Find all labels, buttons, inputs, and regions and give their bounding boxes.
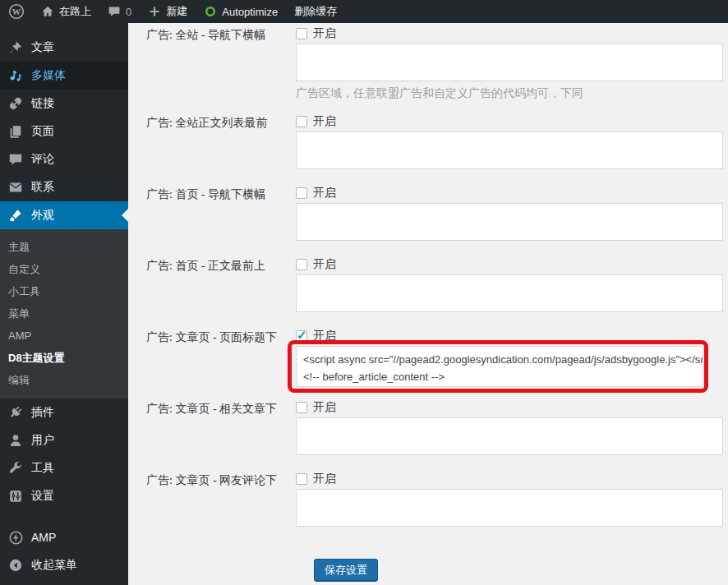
appearance-submenu: 主题 自定义 小工具 菜单 AMP D8主题设置 编辑 (0, 229, 128, 398)
sidebar-item-label: AMP (31, 531, 56, 544)
enable-checkbox[interactable] (296, 259, 307, 270)
amp-circle-icon (7, 529, 24, 546)
save-settings-button[interactable]: 保存设置 (314, 559, 378, 582)
ad-field-row: 广告: 首页 - 导航下横幅 开启 (128, 186, 728, 241)
sidebar-item-tools[interactable]: 工具 (0, 454, 128, 482)
ad-code-textarea[interactable] (296, 44, 723, 81)
sidebar-item-appearance[interactable]: 外观 (0, 201, 128, 229)
enable-label: 开启 (313, 472, 336, 486)
settings-icon (7, 488, 24, 504)
ad-field-row: 广告: 全站正文列表最前 开启 (128, 114, 728, 169)
ad-field-row: 广告: 全站 - 导航下横幅 开启 广告区域，任意联盟广告和自定义广告的代码均可… (128, 26, 728, 101)
autoptimize-ring-icon (204, 5, 217, 18)
ad-field-row: 广告: 文章页 - 相关文章下 开启 (128, 400, 728, 455)
new-content-button[interactable]: 新建 (140, 0, 196, 23)
sidebar-item-amp[interactable]: AMP (0, 523, 128, 551)
sidebar-item-plugins[interactable]: 插件 (0, 398, 128, 426)
enable-toggle[interactable]: 开启 (296, 186, 710, 200)
enable-label: 开启 (313, 400, 336, 415)
autoptimize-label: Autoptimize (222, 6, 278, 18)
sidebar: 文章 多媒体 链接 页面 评论 (0, 23, 128, 585)
ad-code-textarea[interactable] (296, 203, 723, 241)
sidebar-item-label: 多媒体 (31, 68, 66, 83)
svg-text:W: W (12, 7, 21, 16)
link-icon (7, 95, 24, 112)
wordpress-logo-icon: W (8, 3, 25, 20)
sidebar-item-users[interactable]: 用户 (0, 426, 128, 454)
ad-field-row: 广告: 首页 - 正文最前上 开启 (128, 257, 728, 312)
enable-label: 开启 (313, 257, 336, 272)
wrench-icon (7, 460, 24, 477)
enable-toggle[interactable]: 开启 (296, 114, 710, 128)
sidebar-item-media[interactable]: 多媒体 (0, 62, 128, 90)
enable-toggle[interactable]: 开启 (296, 257, 710, 271)
sidebar-item-label: 文章 (31, 40, 54, 55)
site-name: 在路上 (59, 4, 91, 19)
ad-code-textarea[interactable]: <script async src="//pagead2.googlesyndi… (296, 346, 703, 387)
sidebar-item-label: 评论 (31, 152, 54, 167)
enable-toggle[interactable]: 开启 (296, 472, 710, 486)
autoptimize-menu[interactable]: Autoptimize (196, 0, 286, 23)
sidebar-item-label: 设置 (31, 489, 54, 504)
ad-field-row: 广告: 文章页 - 网友评论下 开启 (128, 472, 728, 527)
sidebar-item-label: 联系 (31, 180, 54, 195)
ad-code-textarea[interactable] (296, 131, 723, 169)
sidebar-item-links[interactable]: 链接 (0, 90, 128, 117)
enable-label: 开启 (313, 114, 336, 129)
enable-checkbox[interactable] (296, 187, 307, 199)
submenu-item-menus[interactable]: 菜单 (0, 302, 128, 325)
sidebar-item-label: 外观 (31, 208, 54, 223)
enable-checkbox[interactable] (296, 473, 307, 485)
clear-cache-label: 删除缓存 (294, 4, 337, 19)
sidebar-item-label: 工具 (31, 461, 54, 476)
envelope-icon (7, 179, 24, 196)
sidebar-item-label: 用户 (31, 433, 54, 448)
submenu-item-widgets[interactable]: 小工具 (0, 280, 128, 302)
theme-settings-form: 广告: 全站 - 导航下横幅 开启 广告区域，任意联盟广告和自定义广告的代码均可… (128, 23, 728, 585)
comment-count: 0 (126, 6, 131, 18)
enable-toggle[interactable]: 开启 (296, 26, 710, 40)
new-content-label: 新建 (166, 4, 187, 19)
sidebar-item-label: 页面 (31, 124, 54, 139)
sidebar-item-posts[interactable]: 文章 (0, 34, 128, 62)
sidebar-item-label: 插件 (31, 405, 54, 420)
site-link[interactable]: 在路上 (33, 0, 99, 23)
ad-field-label: 广告: 文章页 - 页面标题下 (128, 329, 296, 387)
enable-checkbox[interactable] (296, 116, 307, 127)
enable-checkbox[interactable] (296, 330, 307, 342)
enable-label: 开启 (313, 26, 336, 41)
wordpress-logo-button[interactable]: W (0, 0, 33, 23)
submenu-item-themes[interactable]: 主题 (0, 236, 128, 258)
ad-code-textarea[interactable] (296, 274, 723, 312)
enable-checkbox[interactable] (296, 28, 307, 39)
clear-cache-button[interactable]: 删除缓存 (286, 0, 345, 23)
sidebar-item-pages[interactable]: 页面 (0, 117, 128, 145)
sidebar-item-comments[interactable]: 评论 (0, 145, 128, 173)
enable-checkbox[interactable] (296, 402, 307, 413)
sidebar-item-label: 收起菜单 (31, 558, 77, 573)
user-icon (7, 432, 24, 449)
sidebar-item-settings[interactable]: 设置 (0, 482, 128, 510)
plus-icon (148, 5, 161, 18)
submenu-item-amp[interactable]: AMP (0, 325, 128, 347)
ad-hint-text: 广告区域，任意联盟广告和自定义广告的代码均可，下同 (296, 86, 710, 101)
comment-icon (7, 151, 24, 168)
submenu-item-customize[interactable]: 自定义 (0, 258, 128, 280)
comments-link[interactable]: 0 (99, 0, 140, 23)
brush-icon (7, 207, 24, 223)
pin-icon (7, 39, 24, 56)
enable-toggle[interactable]: 开启 (296, 400, 710, 414)
ad-code-textarea[interactable] (296, 489, 723, 527)
admin-bar: W 在路上 0 新建 Autoptimize 删除缓存 (0, 0, 728, 23)
ad-field-label: 广告: 文章页 - 相关文章下 (128, 400, 296, 455)
submenu-item-d8-theme-settings[interactable]: D8主题设置 (0, 347, 128, 369)
sidebar-item-contact[interactable]: 联系 (0, 173, 128, 201)
submenu-item-editor[interactable]: 编辑 (0, 369, 128, 391)
ad-field-row: 广告: 文章页 - 页面标题下 开启 <script async src="//… (128, 329, 728, 387)
ad-code-textarea[interactable] (296, 417, 723, 455)
enable-label: 开启 (313, 186, 336, 200)
collapse-menu-button[interactable]: 收起菜单 (0, 551, 128, 579)
enable-toggle[interactable]: 开启 (296, 329, 710, 343)
pages-icon (7, 123, 24, 140)
ad-field-label: 广告: 文章页 - 网友评论下 (128, 472, 296, 527)
